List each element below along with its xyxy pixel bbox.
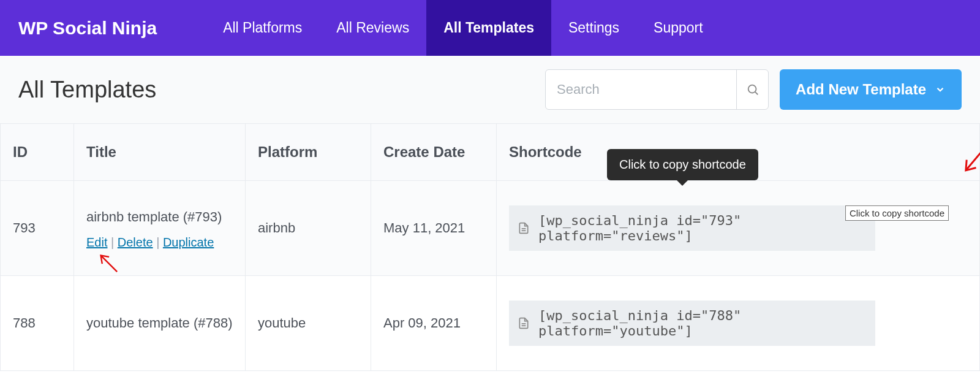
edit-link[interactable]: Edit bbox=[86, 235, 107, 249]
copy-tooltip: Click to copy shortcode bbox=[607, 149, 758, 180]
col-platform: Platform bbox=[246, 124, 371, 181]
page-title: All Templates bbox=[18, 77, 156, 103]
cell-title: youtube template (#788) bbox=[74, 276, 246, 371]
search-input[interactable] bbox=[546, 82, 736, 98]
cell-id: 788 bbox=[1, 276, 74, 371]
cell-shortcode: Click to copy shortcode [wp_social_ninja… bbox=[497, 181, 980, 276]
nav-support[interactable]: Support bbox=[636, 0, 720, 56]
page-header: All Templates Add New Template bbox=[0, 56, 980, 123]
shortcode-text: [wp_social_ninja id="793" platform="revi… bbox=[538, 213, 867, 243]
document-icon bbox=[518, 316, 530, 330]
table-row: 793 airbnb template (#793) Edit | Delete… bbox=[1, 181, 980, 276]
shortcode-text: [wp_social_ninja id="788" platform="yout… bbox=[538, 308, 867, 339]
template-title: youtube template (#788) bbox=[86, 313, 233, 334]
cell-platform: youtube bbox=[246, 276, 371, 371]
cell-create-date: May 11, 2021 bbox=[371, 181, 497, 276]
table-header-row: ID Title Platform Create Date Shortcode bbox=[1, 124, 980, 181]
cell-platform: airbnb bbox=[246, 181, 371, 276]
delete-link[interactable]: Delete bbox=[118, 235, 153, 249]
cell-title: airbnb template (#793) Edit | Delete | D… bbox=[74, 181, 246, 276]
template-title: airbnb template (#793) bbox=[86, 207, 233, 228]
search-button[interactable] bbox=[736, 70, 768, 109]
search-icon bbox=[746, 83, 760, 96]
nav-all-templates[interactable]: All Templates bbox=[426, 0, 551, 56]
add-new-template-button[interactable]: Add New Template bbox=[780, 69, 962, 110]
table-row: 788 youtube template (#788) youtube Apr … bbox=[1, 276, 980, 371]
add-button-label: Add New Template bbox=[796, 81, 926, 98]
top-navbar: WP Social Ninja All Platforms All Review… bbox=[0, 0, 980, 56]
row-actions: Edit | Delete | Duplicate bbox=[86, 235, 233, 250]
svg-line-2 bbox=[102, 256, 117, 271]
shortcode-box[interactable]: [wp_social_ninja id="788" platform="yout… bbox=[509, 301, 875, 346]
col-id: ID bbox=[1, 124, 74, 181]
nav-all-reviews[interactable]: All Reviews bbox=[319, 0, 426, 56]
search-box bbox=[545, 69, 769, 110]
header-actions: Add New Template bbox=[545, 69, 962, 110]
native-tooltip: Click to copy shortcode bbox=[845, 205, 949, 221]
nav-all-platforms[interactable]: All Platforms bbox=[206, 0, 319, 56]
svg-point-0 bbox=[748, 85, 756, 93]
col-create-date: Create Date bbox=[371, 124, 497, 181]
duplicate-link[interactable]: Duplicate bbox=[163, 235, 214, 249]
svg-line-1 bbox=[755, 92, 758, 94]
document-icon bbox=[518, 221, 530, 235]
nav-settings[interactable]: Settings bbox=[551, 0, 636, 56]
cell-shortcode: [wp_social_ninja id="788" platform="yout… bbox=[497, 276, 980, 371]
chevron-down-icon bbox=[935, 84, 946, 95]
cell-create-date: Apr 09, 2021 bbox=[371, 276, 497, 371]
main-nav: All Platforms All Reviews All Templates … bbox=[206, 0, 720, 56]
cell-id: 793 bbox=[1, 181, 74, 276]
shortcode-box[interactable]: [wp_social_ninja id="793" platform="revi… bbox=[509, 205, 875, 251]
brand-title: WP Social Ninja bbox=[18, 18, 157, 39]
col-title: Title bbox=[74, 124, 246, 181]
templates-table: ID Title Platform Create Date Shortcode … bbox=[0, 123, 980, 371]
